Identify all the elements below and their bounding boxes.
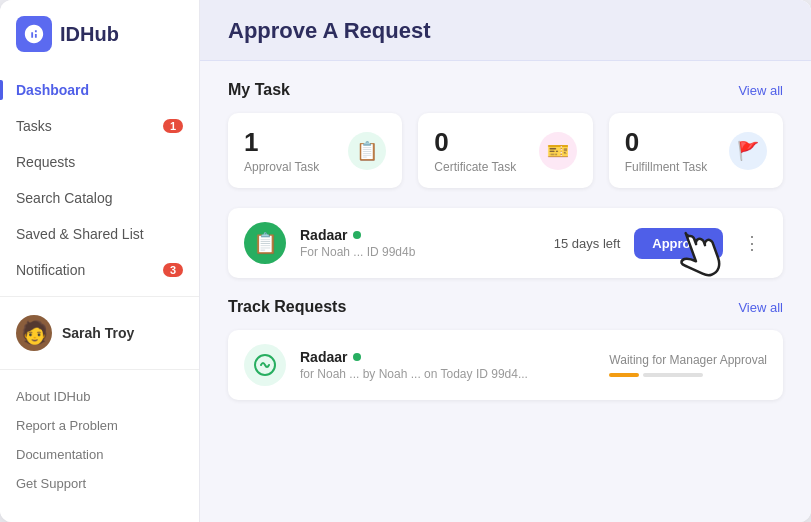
sidebar-item-requests[interactable]: Requests <box>0 144 199 180</box>
my-task-header: My Task View all <box>228 81 783 99</box>
track-row-icon <box>244 344 286 386</box>
fulfillment-label: Fulfillment Task <box>625 160 707 174</box>
track-status: Waiting for Manager Approval <box>609 353 767 377</box>
sidebar-nav: Dashboard Tasks 1 Requests Search Catalo… <box>0 72 199 288</box>
progress-seg-2 <box>643 373 703 377</box>
approval-row-icon: 📋 <box>244 222 286 264</box>
approval-row: 📋 Radaar For Noah ... ID 99d4b 15 days l… <box>228 208 783 278</box>
track-status-label: Waiting for Manager Approval <box>609 353 767 367</box>
footer-link-support[interactable]: Get Support <box>0 469 199 498</box>
sidebar-item-saved-shared-list[interactable]: Saved & Shared List <box>0 216 199 252</box>
sidebar-item-search-catalog[interactable]: Search Catalog <box>0 180 199 216</box>
more-options-button[interactable]: ⋮ <box>737 228 767 258</box>
track-online-indicator <box>353 353 361 361</box>
my-task-title: My Task <box>228 81 290 99</box>
track-item-sub: for Noah ... by Noah ... on Today ID 99d… <box>300 367 595 381</box>
online-indicator <box>353 231 361 239</box>
page-header: Approve A Request <box>200 0 811 61</box>
logo-icon <box>16 16 52 52</box>
main-area: Approve A Request My Task View all 1 App… <box>200 0 811 522</box>
track-requests-header: Track Requests View all <box>228 298 783 316</box>
approval-count: 1 <box>244 127 319 158</box>
logo-text: IDHub <box>60 23 119 46</box>
approval-icon: 📋 <box>348 132 386 170</box>
fulfillment-count: 0 <box>625 127 707 158</box>
progress-seg-1 <box>609 373 639 377</box>
sidebar-item-dashboard[interactable]: Dashboard <box>0 72 199 108</box>
logo: IDHub <box>0 16 199 72</box>
sidebar-footer: About IDHub Report a Problem Documentati… <box>0 378 199 502</box>
footer-link-report[interactable]: Report a Problem <box>0 411 199 440</box>
user-section[interactable]: 🧑 Sarah Troy <box>0 305 199 361</box>
my-task-view-all[interactable]: View all <box>738 83 783 98</box>
approval-label: Approval Task <box>244 160 319 174</box>
certificate-label: Certificate Task <box>434 160 516 174</box>
sidebar: IDHub Dashboard Tasks 1 Requests Search … <box>0 0 200 522</box>
approve-button[interactable]: Approve <box>634 228 723 259</box>
user-name: Sarah Troy <box>62 325 134 341</box>
my-task-section: My Task View all 1 Approval Task 📋 0 <box>228 81 783 188</box>
approval-row-sub: For Noah ... ID 99d4b <box>300 245 540 259</box>
footer-link-docs[interactable]: Documentation <box>0 440 199 469</box>
task-cards: 1 Approval Task 📋 0 Certificate Task 🎫 <box>228 113 783 188</box>
notification-badge: 3 <box>163 263 183 277</box>
sidebar-divider-2 <box>0 369 199 370</box>
sidebar-item-notification[interactable]: Notification 3 <box>0 252 199 288</box>
certificate-icon: 🎫 <box>539 132 577 170</box>
track-requests-view-all[interactable]: View all <box>738 300 783 315</box>
track-requests-section: Track Requests View all Radaar <box>228 298 783 400</box>
task-card-certificate: 0 Certificate Task 🎫 <box>418 113 592 188</box>
sidebar-divider <box>0 296 199 297</box>
track-item-name: Radaar <box>300 349 595 365</box>
main-content: My Task View all 1 Approval Task 📋 0 <box>200 61 811 522</box>
page-title: Approve A Request <box>228 18 783 44</box>
certificate-count: 0 <box>434 127 516 158</box>
track-requests-title: Track Requests <box>228 298 346 316</box>
approval-row-name: Radaar <box>300 227 540 243</box>
sidebar-item-tasks[interactable]: Tasks 1 <box>0 108 199 144</box>
tasks-badge: 1 <box>163 119 183 133</box>
task-card-fulfillment: 0 Fulfillment Task 🚩 <box>609 113 783 188</box>
footer-link-about[interactable]: About IDHub <box>0 382 199 411</box>
track-progress-bar <box>609 373 767 377</box>
task-card-approval: 1 Approval Task 📋 <box>228 113 402 188</box>
track-row: Radaar for Noah ... by Noah ... on Today… <box>228 330 783 400</box>
approval-days: 15 days left <box>554 236 621 251</box>
fulfillment-icon: 🚩 <box>729 132 767 170</box>
avatar: 🧑 <box>16 315 52 351</box>
